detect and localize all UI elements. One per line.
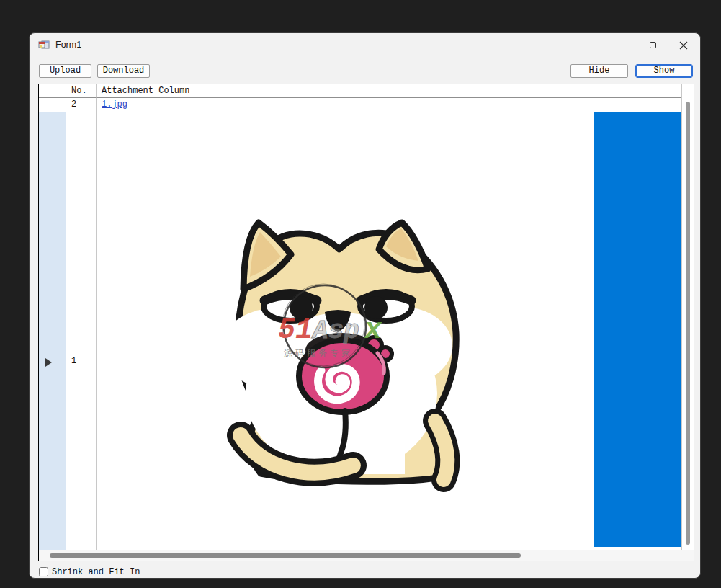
attachment-image: 51 Asp x 源码服务专家 <box>97 112 594 547</box>
svg-text:x: x <box>363 314 382 347</box>
maximize-button[interactable] <box>637 33 668 57</box>
shrink-fit-checkbox[interactable] <box>39 567 48 576</box>
attachment-link[interactable]: 1.jpg <box>102 99 127 110</box>
minimize-icon <box>617 45 624 45</box>
svg-text:51: 51 <box>278 314 313 347</box>
horizontal-scrollbar[interactable] <box>39 550 694 561</box>
svg-text:源码服务专家: 源码服务专家 <box>284 348 353 359</box>
horizontal-scrollbar-thumb[interactable] <box>50 553 521 558</box>
vertical-scrollbar-thumb[interactable] <box>686 102 690 545</box>
row-header-2-current[interactable] <box>39 112 66 550</box>
column-header-attachment[interactable]: Attachment Column <box>97 84 681 98</box>
shrink-fit-checkbox-row: Shrink and Fit In <box>39 566 140 577</box>
cell-row2-no[interactable]: 1 <box>66 112 97 550</box>
upload-button[interactable]: Upload <box>39 64 91 78</box>
download-button[interactable]: Download <box>97 64 150 78</box>
vertical-scrollbar[interactable] <box>682 98 694 550</box>
form-window: Form1 Upload Download Hide Show No. Atta… <box>29 32 701 579</box>
minimize-button[interactable] <box>605 33 637 57</box>
close-button[interactable] <box>668 33 699 57</box>
svg-text:Asp: Asp <box>311 316 359 346</box>
window-title: Form1 <box>55 33 81 57</box>
maximize-icon <box>650 42 656 48</box>
selected-cell-highlight <box>594 112 681 547</box>
app-icon <box>38 39 50 50</box>
cell-row2-attachment-image[interactable]: 51 Asp x 源码服务专家 <box>97 112 681 550</box>
cell-row1-no[interactable]: 2 <box>66 98 97 112</box>
show-button[interactable]: Show <box>635 64 693 78</box>
row-header-1[interactable] <box>39 98 66 112</box>
close-icon <box>679 41 688 50</box>
grid-corner-header[interactable] <box>39 84 66 98</box>
row-indicator-arrow-icon <box>45 358 52 367</box>
hide-button[interactable]: Hide <box>570 64 628 78</box>
column-header-no[interactable]: No. <box>66 84 97 98</box>
datagrid: No. Attachment Column 2 1.jpg 1 <box>38 84 694 561</box>
titlebar[interactable]: Form1 <box>30 33 700 57</box>
cell-row1-attachment[interactable]: 1.jpg <box>97 98 681 112</box>
shrink-fit-label: Shrink and Fit In <box>52 567 140 577</box>
